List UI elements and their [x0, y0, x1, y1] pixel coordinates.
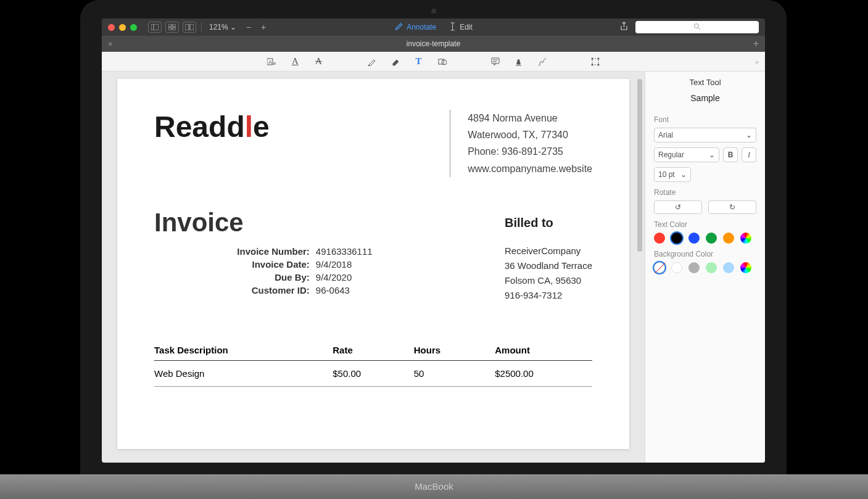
divider	[201, 22, 202, 32]
bg-color-row	[654, 262, 756, 273]
text-style-tool[interactable]: Aa	[266, 56, 278, 68]
company-logo: Readdle	[154, 110, 419, 144]
stamp-tool[interactable]	[513, 56, 525, 68]
main-area: Readdle 4894 Norma Avenue Waterwood, TX,…	[102, 72, 765, 463]
col-amount: Amount	[495, 345, 592, 355]
zoom-out-button[interactable]: −	[244, 22, 254, 32]
window-maximize-button[interactable]	[130, 24, 137, 31]
cell-amount: $2500.00	[495, 368, 592, 379]
panel-title: Text Tool	[654, 78, 756, 87]
laptop-brand-label: MacBook	[415, 481, 453, 492]
rotate-label: Rotate	[654, 188, 756, 197]
text-color-swatch[interactable]	[671, 233, 682, 244]
svg-rect-0	[151, 24, 159, 30]
chevron-down-icon: ⌄	[746, 131, 752, 139]
customer-id-label: Customer ID:	[154, 285, 310, 295]
customer-id-value: 96-0643	[316, 285, 455, 295]
shape-tool[interactable]	[436, 56, 448, 68]
edit-mode-button[interactable]: Edit	[448, 22, 473, 33]
text-color-color-picker[interactable]	[740, 233, 751, 244]
signature-tool[interactable]	[536, 56, 548, 68]
text-color-row	[654, 233, 756, 244]
svg-point-21	[591, 64, 593, 65]
invoice-heading: Invoice	[154, 208, 455, 237]
rotate-ccw-icon: ↺	[675, 203, 681, 212]
tabbar: × invoice-template +	[102, 36, 765, 52]
strikethrough-tool[interactable]: A	[313, 56, 325, 68]
font-size-select[interactable]: 10 pt⌄	[654, 167, 691, 182]
company-address-1: 4894 Norma Avenue	[468, 110, 592, 126]
text-color-swatch[interactable]	[723, 233, 734, 244]
pen-icon	[394, 22, 403, 33]
zoom-dropdown[interactable]: 121%⌄	[207, 23, 239, 31]
annotate-mode-button[interactable]: Annotate	[394, 22, 436, 33]
svg-rect-2	[168, 24, 172, 27]
window-minimize-button[interactable]	[119, 24, 126, 31]
text-color-label: Text Color	[654, 220, 756, 229]
selection-tool[interactable]	[589, 56, 601, 68]
pencil-tool[interactable]	[366, 56, 378, 68]
invoice-date-value: 9/4/2018	[316, 259, 455, 270]
tab-close-button[interactable]: ×	[102, 39, 119, 49]
chevron-down-icon: ⌄	[709, 151, 715, 159]
company-address-2: Waterwood, TX, 77340	[468, 126, 592, 143]
text-color-swatch[interactable]	[706, 233, 717, 244]
scrollbar[interactable]	[637, 79, 642, 252]
company-phone: Phone: 936-891-2735	[468, 143, 592, 160]
svg-point-14	[442, 60, 447, 65]
svg-rect-15	[492, 58, 499, 64]
note-tool[interactable]	[489, 56, 502, 68]
rotate-cw-button[interactable]: ↻	[708, 200, 756, 214]
company-website: www.companyname.website	[468, 160, 592, 177]
text-color-swatch[interactable]	[688, 233, 700, 244]
bg-color-swatch[interactable]	[654, 262, 665, 273]
billed-to-phone: 916-934-7312	[505, 288, 592, 303]
billed-to-address-2: Folsom CA, 95630	[505, 273, 592, 288]
tab-title: invoice-template	[407, 39, 460, 48]
svg-rect-4	[168, 28, 172, 30]
font-select[interactable]: Arial⌄	[654, 128, 756, 142]
bg-color-swatch[interactable]	[671, 262, 682, 273]
eraser-tool[interactable]	[389, 56, 402, 68]
rotate-ccw-button[interactable]: ↺	[654, 200, 702, 214]
bg-color-swatch[interactable]	[706, 262, 717, 273]
document-viewport[interactable]: Readdle 4894 Norma Avenue Waterwood, TX,…	[102, 72, 645, 463]
laptop-base: MacBook	[0, 474, 868, 499]
bg-color-swatch[interactable]	[688, 262, 700, 273]
camera-dot	[431, 9, 436, 14]
sidebar-toggle-button[interactable]	[148, 22, 162, 33]
sample-text: Sample	[654, 93, 756, 103]
underline-tool[interactable]: A	[289, 56, 302, 68]
svg-rect-18	[592, 59, 598, 65]
text-tool[interactable]: T	[413, 56, 425, 68]
thumbnails-button[interactable]	[165, 22, 179, 33]
window-close-button[interactable]	[108, 24, 115, 31]
bg-color-label: Background Color	[654, 250, 756, 258]
svg-point-22	[597, 64, 599, 65]
tab-add-button[interactable]: +	[747, 38, 765, 49]
text-tool-panel: Text Tool Sample Font Arial⌄ Regular⌄ B …	[645, 72, 765, 463]
share-button[interactable]	[620, 22, 628, 33]
col-rate: Rate	[333, 345, 413, 355]
invoice-number-label: Invoice Number:	[154, 246, 310, 257]
billed-to-address-1: 36 Woodland Terrace	[505, 258, 592, 273]
bg-color-color-picker[interactable]	[740, 262, 751, 273]
invoice-number-value: 49163336111	[316, 246, 455, 257]
text-color-swatch[interactable]	[654, 233, 665, 244]
cell-task: Web Design	[154, 368, 333, 379]
bold-button[interactable]: B	[723, 147, 738, 162]
svg-rect-3	[173, 24, 176, 27]
chevron-down-icon: ⌄	[680, 170, 687, 179]
two-page-button[interactable]	[183, 22, 196, 33]
search-input[interactable]	[635, 21, 759, 33]
font-style-select[interactable]: Regular⌄	[654, 147, 719, 162]
col-hours: Hours	[414, 345, 495, 355]
titlebar: 121%⌄ − + Annotate Edit	[102, 19, 765, 36]
invoice-table: Task Description Rate Hours Amount Web D…	[154, 340, 592, 387]
table-row: Web Design $50.00 50 $2500.00	[154, 361, 592, 387]
bg-color-swatch[interactable]	[723, 262, 734, 273]
collapse-panel-button[interactable]: »	[755, 58, 759, 65]
zoom-in-button[interactable]: +	[258, 22, 268, 32]
italic-button[interactable]: I	[742, 147, 756, 162]
due-by-value: 9/4/2020	[316, 272, 455, 282]
